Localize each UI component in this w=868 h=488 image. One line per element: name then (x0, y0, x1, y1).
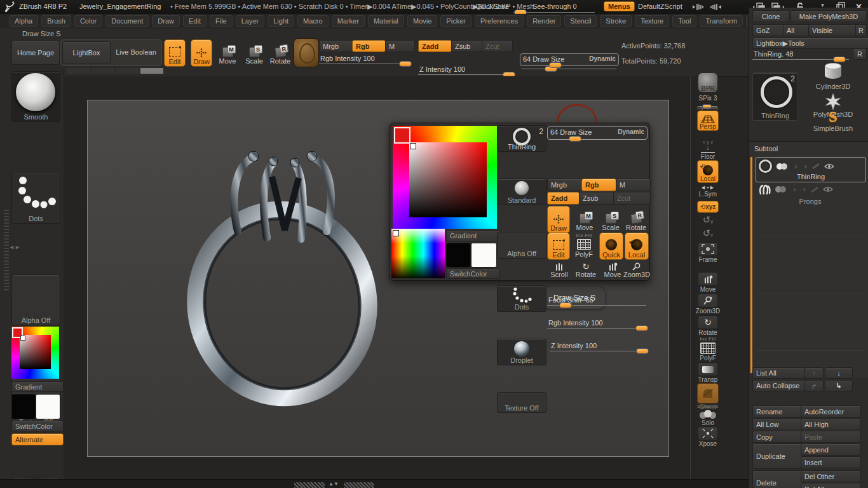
lightbox-tools-button[interactable]: Lightbox▶Tools (752, 37, 868, 49)
rename-button[interactable]: Rename (752, 405, 803, 417)
scale-button[interactable]: S Scale (244, 39, 264, 65)
m-button[interactable]: M (385, 40, 415, 52)
edit-button[interactable]: Edit (164, 39, 186, 67)
popup-stroke-dots[interactable]: Dots (497, 285, 546, 312)
popup-zcut-button[interactable]: Zcut (613, 192, 651, 205)
local-button[interactable]: ⟲ Local (697, 160, 719, 183)
subtool-row-thinring[interactable]: ◗ ◑ ThinRing (756, 157, 866, 182)
menu-macro[interactable]: Macro (297, 15, 329, 27)
menu-brush[interactable]: Brush (41, 15, 71, 27)
popup-gradient-button[interactable]: Gradient (446, 230, 500, 241)
goz-r-button[interactable]: R (855, 24, 867, 36)
popup-local-button[interactable]: ⟲ Local (625, 233, 649, 260)
menu-picker[interactable]: Picker (440, 15, 471, 27)
popup-rgb-intensity-slider[interactable]: Rgb Intensity 100 (547, 318, 646, 329)
make-polymesh3d-button[interactable]: Make PolyMesh3D (790, 10, 867, 22)
popup-scale-button[interactable]: S Scale (599, 206, 622, 231)
popup-focal-shift-slider[interactable]: Focal Shift -55 (547, 295, 646, 306)
popup-material-standard[interactable]: Standard (497, 179, 546, 205)
tray-collapse-right-icon[interactable] (709, 3, 721, 11)
menu-stencil[interactable]: Stencil (564, 15, 597, 27)
thinring-size-handle[interactable] (834, 57, 845, 62)
all-low-button[interactable]: All Low (752, 418, 803, 430)
goz-button[interactable]: GoZ (752, 24, 785, 36)
popup-z-intensity-slider[interactable]: Z Intensity 100 (550, 341, 646, 351)
rotate-button[interactable]: R Rotate (269, 39, 291, 65)
rs-zoom3d-button[interactable]: Zoom3D (697, 294, 719, 315)
popup-m-button[interactable]: M (616, 179, 651, 191)
popup-main-color-swatch[interactable] (446, 243, 471, 268)
rgb-intensity-handle[interactable] (400, 62, 411, 66)
append-button[interactable]: Append (801, 444, 861, 456)
popup-gradient-palette[interactable] (391, 229, 445, 278)
rotate-y-button[interactable]: ↺y (697, 215, 719, 227)
popup-polyf-button[interactable]: Ine Fill PolyF (571, 233, 597, 258)
menu-material[interactable]: Material (368, 15, 404, 27)
move-down-button[interactable]: ↓ (825, 367, 853, 379)
tool-cylinder3d[interactable]: Cylinder3D (800, 62, 866, 92)
popup-material-droplet[interactable]: Droplet (497, 339, 546, 365)
popup-zsub-button[interactable]: Zsub (579, 192, 614, 205)
thinring-size-slider[interactable]: ThinRing. 48 (752, 49, 849, 60)
subtool-contrast-icon[interactable]: ◑ (803, 163, 807, 170)
subtool-crescent-icon[interactable]: ◗ (794, 163, 798, 170)
draw-size-slider[interactable]: 64 Draw Size Dynamic (520, 53, 619, 66)
lsym-button[interactable]: ◄▪► L.Sym (697, 185, 719, 198)
ring-model[interactable] (177, 125, 393, 417)
popup-rotate-button[interactable]: R Rotate (625, 206, 648, 231)
alpha-off[interactable]: Alpha Off (11, 274, 60, 325)
quicksave-button[interactable]: QuickSave (475, 3, 509, 10)
color-picker[interactable] (11, 327, 59, 379)
menu-edit[interactable]: Edit (183, 15, 207, 27)
popup-alpha-off[interactable]: Alpha Off (497, 232, 546, 259)
menu-light[interactable]: Light (268, 15, 294, 27)
popup-secondary-color-swatch[interactable] (471, 243, 497, 268)
delete-button[interactable]: Delete (752, 470, 803, 488)
floor-button[interactable]: x y z ↓ Floor (697, 140, 719, 160)
popup-rgb-intensity-handle[interactable] (636, 326, 648, 330)
auto-collapse-button[interactable]: Auto Collapse (752, 380, 805, 391)
popup-draw-size-handle[interactable] (569, 137, 581, 141)
zcut-button[interactable]: Zcut (482, 40, 513, 52)
seethrough-slider[interactable]: See-through 0 (513, 1, 595, 13)
z-intensity-slider[interactable]: Z Intensity 100 (418, 64, 515, 75)
all-button[interactable]: All (783, 24, 810, 36)
bottom-handle-left[interactable] (294, 482, 325, 488)
menu-layer[interactable]: Layer (236, 15, 265, 27)
copy-button[interactable]: Copy (752, 431, 803, 443)
popup-move3d-button[interactable]: Move (600, 259, 625, 278)
rs-polyf-button[interactable]: Ine Fill PolyF (697, 337, 719, 362)
menus-button[interactable]: Menus (604, 1, 635, 11)
move-up-button[interactable]: ↑ (804, 367, 824, 379)
menu-document[interactable]: Document (105, 15, 149, 27)
subtool2-brush-icon[interactable] (811, 186, 818, 192)
zadd-button[interactable]: Zadd (418, 40, 452, 52)
rs-move-button[interactable]: Move (697, 272, 719, 293)
popup-rgb-button[interactable]: Rgb (581, 179, 616, 191)
lightbox-button[interactable]: LightBox (62, 41, 111, 64)
menu-texture[interactable]: Texture (635, 15, 669, 27)
subtool-scroll-indicator[interactable] (750, 157, 752, 373)
menu-tool[interactable]: Tool (672, 15, 696, 27)
menu-render[interactable]: Render (527, 15, 561, 27)
subtool-row-prongs[interactable]: ◗ ◑ Prongs (756, 182, 865, 208)
draw-size-handle[interactable] (550, 63, 561, 67)
tool-thinring-large[interactable]: 2 ThinRing (752, 72, 798, 121)
subtool2-paint-icon[interactable] (775, 186, 788, 193)
tray-divider-arrows[interactable]: ◄► (9, 244, 18, 258)
frame-button[interactable]: Frame (697, 242, 719, 263)
tray-size-indicator[interactable] (67, 68, 163, 74)
insert-button[interactable]: Insert (801, 456, 861, 468)
transp-button[interactable]: Transp (697, 362, 719, 383)
solo-button[interactable]: Dynamic Solo (697, 404, 719, 426)
popup-edit-button[interactable]: Edit (547, 233, 570, 260)
rs-rotate-button[interactable]: ↻ Rotate (697, 315, 719, 336)
bottom-handle-right[interactable] (343, 482, 375, 488)
zsub-button[interactable]: Zsub (451, 40, 482, 52)
draw-button[interactable]: Draw (191, 39, 212, 67)
tray-collapse-left-icon[interactable] (693, 3, 705, 11)
menu-stroke[interactable]: Stroke (600, 15, 632, 27)
menu-marker[interactable]: Marker (332, 15, 365, 27)
persp-button[interactable]: Dynamic Persp (697, 105, 719, 131)
popup-scroll-button[interactable]: Scroll (547, 259, 571, 278)
